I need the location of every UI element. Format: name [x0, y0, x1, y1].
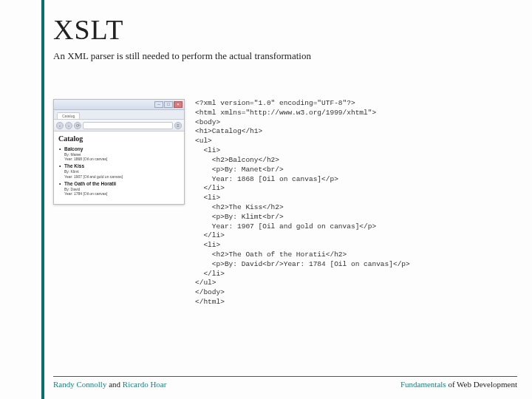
slide-subtitle: An XML parser is still needed to perform… — [53, 50, 517, 62]
book-title-part: Fundamentals — [400, 380, 446, 389]
item-title: Balcony — [64, 146, 180, 152]
menu-icon: ≡ — [174, 122, 182, 129]
book-title-rest: of Web Development — [446, 380, 517, 389]
browser-window: – □ × Catalog ‹ › ⟳ ≡ Catalog Balcony By… — [53, 99, 185, 205]
footer-right: Fundamentals of Web Development — [400, 380, 517, 389]
item-year: Year: 1868 [Oil on canvas] — [64, 157, 180, 161]
reload-icon: ⟳ — [74, 122, 81, 129]
browser-titlebar: – □ × — [54, 100, 184, 110]
xml-output: <?xml version="1.0" encoding="UTF-8"?> <… — [195, 99, 410, 307]
slide-title: XSLT — [53, 13, 517, 46]
item-year: Year: 1907 [Oil and gold on canvas] — [64, 174, 180, 179]
slide-footer: Randy Connolly and Ricardo Hoar Fundamen… — [53, 376, 517, 389]
author-2: Ricardo Hoar — [123, 380, 167, 389]
browser-tab: Catalog — [57, 112, 80, 119]
maximize-icon: □ — [164, 101, 173, 108]
forward-icon: › — [65, 122, 72, 129]
author-1: Randy Connolly — [53, 380, 106, 389]
address-bar — [83, 122, 173, 129]
list-item: Balcony By: Manet Year: 1868 [Oil on can… — [64, 146, 180, 162]
slide-content: XSLT An XML parser is still needed to pe… — [53, 13, 517, 307]
list-item: The Oath of the Horatii By: David Year: … — [64, 181, 180, 197]
list-item: The Kiss By: Klimt Year: 1907 [Oil and g… — [64, 163, 180, 179]
footer-join: and — [106, 380, 122, 389]
item-title: The Oath of the Horatii — [64, 181, 180, 187]
footer-left: Randy Connolly and Ricardo Hoar — [53, 380, 166, 389]
close-icon: × — [174, 101, 183, 108]
back-icon: ‹ — [56, 122, 64, 129]
browser-tabstrip: Catalog — [54, 110, 184, 120]
browser-viewport: Catalog Balcony By: Manet Year: 1868 [Oi… — [54, 132, 184, 204]
page-heading: Catalog — [58, 134, 180, 144]
item-year: Year: 1784 [Oil on canvas] — [64, 191, 180, 196]
content-row: – □ × Catalog ‹ › ⟳ ≡ Catalog Balcony By… — [53, 99, 517, 307]
accent-bar — [41, 0, 44, 399]
item-title: The Kiss — [64, 163, 180, 169]
browser-toolbar: ‹ › ⟳ ≡ — [54, 120, 184, 132]
minimize-icon: – — [154, 101, 163, 108]
